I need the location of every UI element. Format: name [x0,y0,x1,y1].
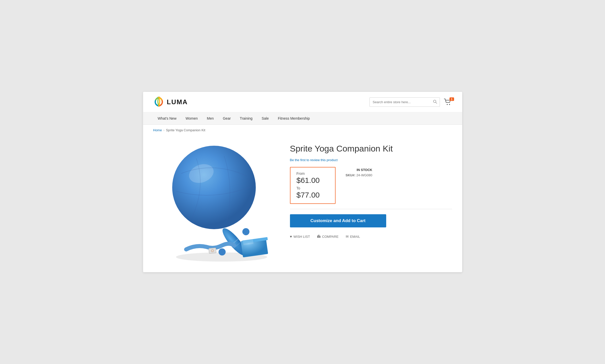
price-divider [290,209,452,209]
page-card: LUMA 1 Wh [143,92,462,272]
heart-icon: ♥ [290,234,292,239]
in-stock-badge: IN STOCK [346,168,373,172]
header: LUMA 1 [143,92,462,112]
svg-rect-20 [320,236,320,238]
wish-list-link[interactable]: ♥ WISH LIST [290,234,310,239]
luma-logo-icon [153,96,164,108]
compare-label: COMPARE [322,235,339,239]
sku-value: 24-WG080 [356,173,372,177]
product-image-svg [156,141,272,262]
search-button[interactable] [431,98,440,106]
price-stock-row: From $61.00 To $77.00 IN STOCK SKU#: 24-… [290,167,452,204]
cart-badge: 1 [450,97,454,101]
nav-item-men[interactable]: Men [202,112,218,124]
email-label: EMAIL [350,235,360,239]
price-from-value: $61.00 [297,176,329,185]
logo-area[interactable]: LUMA [153,96,188,108]
main-content: Sprite Yoga Companion Kit Be the first t… [143,136,462,272]
email-icon: ✉ [346,234,349,239]
search-icon [433,100,437,104]
nav-item-gear[interactable]: Gear [218,112,235,124]
review-link[interactable]: Be the first to review this product [290,158,338,162]
svg-point-2 [447,104,448,105]
nav-item-women[interactable]: Women [181,112,202,124]
nav-bar: What's New Women Men Gear Training Sale … [143,112,462,125]
header-right: 1 [369,97,452,107]
nav-item-whats-new[interactable]: What's New [153,112,181,124]
svg-line-1 [436,102,437,103]
nav-item-fitness-membership[interactable]: Fitness Membership [273,112,314,124]
svg-point-5 [172,146,256,229]
breadcrumb-separator: › [163,129,164,132]
breadcrumb: Home › Sprite Yoga Companion Kit [143,125,462,136]
compare-bars-icon [317,234,321,238]
sku-label: SKU#: [346,173,356,177]
nav-item-training[interactable]: Training [235,112,257,124]
wish-list-label: WISH LIST [294,235,310,239]
compare-icon [317,234,321,239]
logo-text: LUMA [167,98,188,106]
product-image-canvas [156,141,272,262]
action-links: ♥ WISH LIST COMPARE ✉ EMAIL [290,234,452,239]
stock-sku: IN STOCK SKU#: 24-WG080 [346,167,373,177]
price-to-label: To [297,186,329,190]
cart-area[interactable]: 1 [444,98,452,105]
price-from-label: From [297,172,329,176]
search-input[interactable] [370,98,431,106]
product-title: Sprite Yoga Companion Kit [290,143,452,154]
compare-link[interactable]: COMPARE [317,234,339,239]
svg-rect-19 [318,235,319,238]
svg-rect-15 [209,248,216,253]
breadcrumb-home[interactable]: Home [153,128,162,132]
sku-line: SKU#: 24-WG080 [346,173,373,177]
add-to-cart-button[interactable]: Customize and Add to Cart [290,214,386,227]
product-image-area [153,141,275,262]
product-details: Sprite Yoga Companion Kit Be the first t… [290,141,452,239]
svg-point-3 [449,104,450,105]
search-box [369,97,440,107]
svg-rect-18 [317,235,318,238]
nav-item-sale[interactable]: Sale [257,112,273,124]
breadcrumb-current: Sprite Yoga Companion Kit [166,128,205,132]
price-to-value: $77.00 [297,191,329,199]
email-link[interactable]: ✉ EMAIL [346,234,360,239]
price-box: From $61.00 To $77.00 [290,167,336,204]
